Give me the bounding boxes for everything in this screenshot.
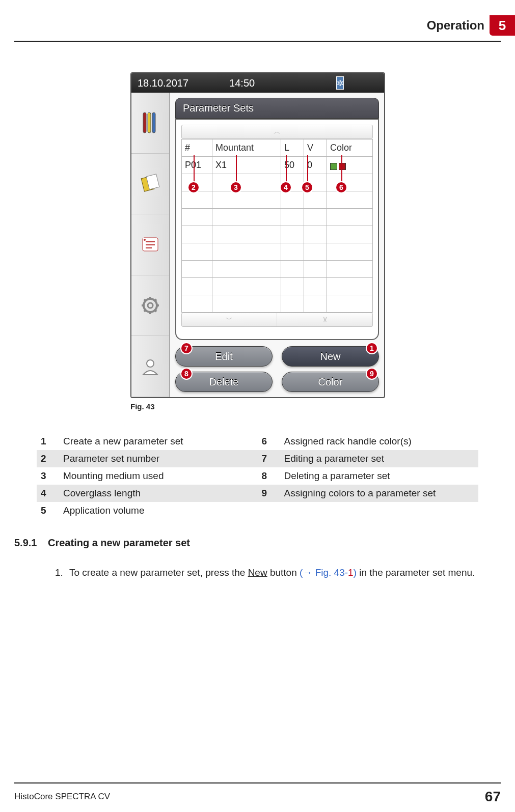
callout-line: [286, 155, 287, 185]
footer-page-number: 67: [485, 789, 501, 805]
callout-line: [236, 155, 237, 185]
callout-1: 1: [366, 342, 378, 354]
chapter-number-badge: 5: [490, 15, 515, 36]
svg-point-11: [144, 239, 146, 241]
new-button[interactable]: New: [282, 346, 379, 367]
legend-table: 1Create a new parameter set 6Assigned ra…: [37, 433, 478, 519]
device-screenshot: 18.10.2017 14:50 ✲: [130, 72, 385, 398]
svg-rect-3: [148, 113, 151, 133]
callout-7: 7: [180, 342, 193, 354]
svg-line-18: [144, 299, 146, 301]
callout-5: 5: [301, 181, 313, 193]
callout-6: 6: [335, 181, 347, 193]
svg-point-13: [148, 303, 153, 308]
cell-length: 50: [281, 157, 304, 174]
color-button[interactable]: Color: [282, 372, 379, 392]
chapter-title: Operation: [427, 18, 484, 33]
callout-line: [307, 155, 308, 185]
col-mountant: Mountant: [212, 139, 281, 157]
figure-reference[interactable]: (→ Fig. 43-1): [300, 567, 357, 578]
cell-number: P01: [182, 157, 212, 174]
new-button-reference: New: [248, 567, 267, 578]
scroll-up-button[interactable]: ︿: [181, 125, 373, 139]
cell-mountant: X1: [212, 157, 281, 174]
section-number: 5.9.1: [14, 537, 48, 549]
callout-3: 3: [230, 181, 242, 193]
parameter-sets-table: # Mountant L V Color P01 X1 50 0: [181, 139, 373, 313]
section-heading: 5.9.1Creating a new parameter set: [14, 537, 190, 549]
device-sidebar: [131, 93, 170, 397]
page-header: Operation 5: [0, 15, 515, 41]
sidebar-tab-user[interactable]: [131, 336, 169, 397]
svg-line-21: [144, 310, 146, 312]
callout-2: 2: [187, 181, 200, 193]
color-swatch-green: [330, 163, 337, 170]
parameter-sets-panel: Parameter Sets ︿ # Mountant L V Color: [170, 93, 384, 397]
body-paragraph: 1.To create a new parameter set, press t…: [55, 566, 495, 580]
section-title: Creating a new parameter set: [48, 537, 190, 548]
status-date: 18.10.2017: [138, 77, 188, 89]
svg-line-19: [154, 310, 156, 312]
table-row[interactable]: P01 X1 50 0: [182, 157, 373, 174]
scroll-end-button[interactable]: ⊻: [278, 313, 373, 326]
svg-point-22: [147, 360, 154, 367]
col-volume: V: [304, 139, 327, 157]
scroll-down-button[interactable]: ﹀: [182, 313, 277, 326]
sidebar-tab-racks[interactable]: [131, 93, 169, 154]
sidebar-tab-parameter-sets[interactable]: [131, 214, 169, 275]
col-color: Color: [327, 139, 373, 157]
status-bar: 18.10.2017 14:50 ✲: [131, 73, 384, 93]
callout-line: [194, 155, 195, 185]
callout-9: 9: [366, 368, 378, 380]
footer-product: HistoCore SPECTRA CV: [14, 792, 110, 802]
col-length: L: [281, 139, 304, 157]
header-rule: [14, 41, 501, 42]
status-snowflake-icon: ✲: [336, 76, 344, 90]
sidebar-tab-consumables[interactable]: [131, 154, 169, 215]
col-number: #: [182, 139, 212, 157]
sidebar-tab-settings[interactable]: [131, 275, 169, 337]
cell-color: [327, 157, 373, 174]
panel-title: Parameter Sets: [175, 98, 379, 119]
svg-line-20: [154, 299, 156, 301]
callout-4: 4: [280, 181, 292, 193]
svg-rect-4: [152, 113, 155, 133]
callout-line: [341, 155, 342, 185]
svg-rect-2: [143, 113, 146, 133]
callout-8: 8: [180, 368, 193, 380]
color-swatch-red: [339, 163, 346, 170]
status-time: 14:50: [229, 77, 255, 89]
footer-rule: [14, 782, 501, 783]
scroll-down-bar: ﹀ ⊻: [181, 313, 373, 327]
technician-icon: [385, 76, 385, 90]
figure-caption: Fig. 43: [130, 402, 155, 411]
